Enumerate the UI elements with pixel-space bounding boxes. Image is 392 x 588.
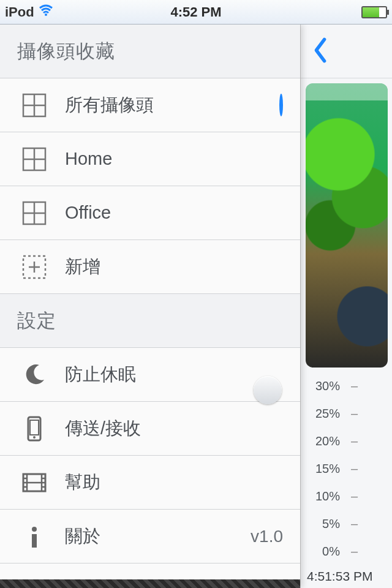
menu-item-add[interactable]: 新增	[0, 240, 300, 294]
camera-preview[interactable]	[306, 83, 388, 368]
moon-icon	[21, 361, 48, 388]
axis-tick: 25%–	[306, 400, 392, 428]
grid-icon	[21, 200, 48, 227]
percent-axis: 30%– 25%– 20%– 15%– 10%– 5%– 0%–	[301, 372, 392, 565]
svg-point-15	[33, 436, 36, 439]
menu-item-transfer[interactable]: 傳送/接收	[0, 402, 300, 456]
menu-item-label: 幫助	[65, 470, 283, 495]
menu-item-about[interactable]: 關於 v1.0	[0, 510, 300, 564]
battery-icon	[361, 6, 387, 18]
axis-tick: 0%–	[306, 538, 392, 565]
bottom-stripe	[0, 579, 300, 588]
content-panel: 30%– 25%– 20%– 15%– 10%– 5%– 0%– 4:51:53…	[300, 24, 392, 588]
grid-icon	[21, 92, 48, 119]
section-header-settings: 設定	[0, 294, 300, 348]
axis-tick: 5%–	[306, 510, 392, 538]
menu-item-all-cameras[interactable]: 所有攝像頭	[0, 78, 300, 132]
menu-item-home[interactable]: Home	[0, 132, 300, 186]
svg-point-26	[32, 527, 37, 532]
menu-item-label: 新增	[65, 255, 283, 279]
axis-tick: 20%–	[306, 428, 392, 455]
version-label: v1.0	[251, 527, 283, 546]
status-bar: iPod 4:52 PM	[0, 0, 392, 24]
content-header	[301, 24, 392, 78]
axis-tick: 15%–	[306, 455, 392, 483]
grid-icon	[21, 146, 48, 173]
svg-rect-14	[30, 420, 39, 435]
back-button[interactable]	[312, 37, 329, 66]
menu-item-label: Home	[65, 149, 283, 169]
svg-rect-27	[32, 534, 37, 548]
info-icon	[21, 523, 48, 550]
menu-item-help[interactable]: 幫助	[0, 456, 300, 510]
section-header-cameras: 攝像頭收藏	[0, 24, 300, 78]
add-icon	[21, 254, 48, 281]
menu-item-label: 所有攝像頭	[65, 93, 279, 118]
side-menu: 攝像頭收藏 所有攝像頭 Home Office 新增 設定 防止休眠	[0, 24, 300, 588]
menu-item-prevent-sleep[interactable]: 防止休眠	[0, 348, 300, 402]
timestamp: 4:51:53 PM	[301, 565, 392, 584]
menu-item-label: 防止休眠	[65, 363, 283, 387]
menu-item-office[interactable]: Office	[0, 186, 300, 240]
axis-tick: 10%–	[306, 483, 392, 510]
menu-item-label: 關於	[65, 524, 251, 549]
film-icon	[21, 469, 48, 496]
phone-icon	[21, 415, 48, 442]
axis-tick: 30%–	[306, 372, 392, 400]
status-time: 4:52 PM	[0, 4, 392, 20]
menu-item-label: Office	[65, 203, 283, 223]
menu-item-label: 傳送/接收	[65, 417, 283, 441]
selected-indicator	[279, 96, 283, 115]
